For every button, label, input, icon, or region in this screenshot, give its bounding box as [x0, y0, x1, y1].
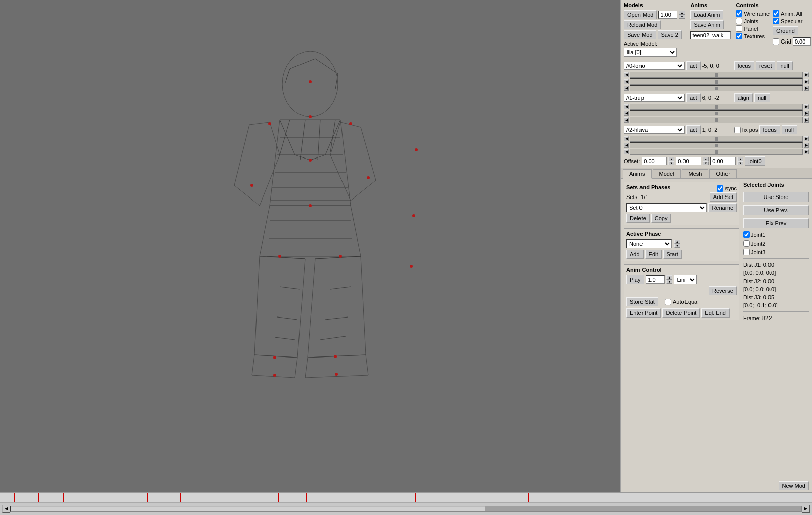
bone1-x-left[interactable]: ◀: [624, 104, 629, 109]
bone2-z-slider[interactable]: [630, 149, 803, 155]
speed-input[interactable]: [646, 275, 665, 284]
bone0-reset-button[interactable]: reset: [756, 61, 775, 70]
viewport[interactable]: [0, 0, 620, 492]
phase-up[interactable]: ▲: [674, 240, 680, 244]
bone0-x-left[interactable]: ◀: [624, 72, 629, 77]
anim-all-check[interactable]: [773, 10, 779, 17]
bone2-focus-button[interactable]: focus: [759, 125, 780, 134]
scale-up-button[interactable]: ▲: [679, 11, 685, 15]
play-button[interactable]: Play: [626, 275, 644, 284]
reload-mod-button[interactable]: Reload Mod: [624, 20, 661, 29]
bone2-x-slider[interactable]: [630, 136, 803, 142]
offset-x-input[interactable]: [642, 157, 667, 165]
bone1-z-slider[interactable]: [630, 117, 803, 123]
open-mod-button[interactable]: Open Mod: [624, 10, 657, 19]
eql-end-button[interactable]: Eql. End: [701, 308, 730, 318]
offset-y-input[interactable]: [676, 157, 701, 165]
fix-prev-button[interactable]: Fix Prev: [743, 218, 809, 228]
offset-y-down[interactable]: ▼: [703, 161, 709, 165]
tab-anims[interactable]: Anims: [623, 169, 652, 179]
bone1-x-right[interactable]: ▶: [804, 104, 809, 109]
bone2-y-right[interactable]: ▶: [804, 143, 809, 148]
bone1-z-left[interactable]: ◀: [624, 117, 629, 123]
enter-point-button[interactable]: Enter Point: [626, 308, 661, 318]
bone2-null-button[interactable]: null: [782, 125, 797, 134]
set-select[interactable]: Set 0: [626, 203, 707, 212]
reverse-button[interactable]: Reverse: [709, 286, 737, 295]
active-model-select[interactable]: lila [0]: [624, 48, 677, 57]
grid-value-input[interactable]: [793, 37, 811, 46]
use-prev-button[interactable]: Use Prev.: [743, 205, 809, 215]
save-anim-button[interactable]: Save Anim: [690, 20, 724, 29]
load-anim-button[interactable]: Load Anim: [690, 10, 723, 19]
scale-input[interactable]: [658, 11, 677, 19]
use-store-button[interactable]: Use Store: [743, 192, 809, 202]
offset-z-input[interactable]: [710, 157, 736, 165]
auto-equal-check[interactable]: [665, 299, 671, 305]
bone1-select[interactable]: //1-trup: [624, 94, 685, 102]
interp-select[interactable]: Lin Step: [674, 275, 697, 284]
bone0-y-slider[interactable]: [630, 78, 803, 85]
speed-down[interactable]: ▼: [666, 280, 672, 284]
bone2-act-button[interactable]: act: [686, 125, 701, 134]
scrollbar-track[interactable]: [10, 506, 802, 512]
joint2-check[interactable]: [743, 240, 750, 247]
bone1-y-slider[interactable]: [630, 110, 803, 116]
bone2-y-left[interactable]: ◀: [624, 143, 629, 148]
phase-down[interactable]: ▼: [674, 244, 680, 248]
joint0-button[interactable]: joint0: [745, 156, 765, 166]
offset-y-up[interactable]: ▲: [703, 157, 709, 161]
rename-button[interactable]: Rename: [708, 203, 737, 212]
bone2-x-left[interactable]: ◀: [624, 136, 629, 141]
textures-check[interactable]: [736, 33, 742, 39]
scroll-right-button[interactable]: ▶: [802, 505, 810, 513]
scroll-left-button[interactable]: ◀: [2, 505, 10, 513]
phase-select[interactable]: None: [626, 239, 672, 248]
bone0-select[interactable]: //0-lono: [624, 62, 685, 70]
sync-check[interactable]: [717, 185, 723, 192]
bone1-act-button[interactable]: act: [686, 93, 701, 102]
bone0-focus-button[interactable]: focus: [734, 61, 754, 70]
copy-button[interactable]: Copy: [651, 214, 671, 223]
delete-button[interactable]: Delete: [626, 214, 650, 223]
delete-point-button[interactable]: Delete Point: [662, 308, 700, 318]
specular-check[interactable]: [773, 18, 779, 24]
bone2-x-right[interactable]: ▶: [804, 136, 809, 141]
bone1-x-slider[interactable]: [630, 104, 803, 110]
grid-check[interactable]: [773, 38, 779, 45]
offset-x-down[interactable]: ▼: [668, 161, 674, 165]
bone2-select[interactable]: //2-hlava: [624, 126, 685, 134]
tab-model[interactable]: Model: [653, 169, 681, 178]
bone2-z-right[interactable]: ▶: [804, 149, 809, 154]
bone2-y-slider[interactable]: [630, 142, 803, 148]
save-mod-button[interactable]: Save Mod: [624, 30, 656, 39]
bone0-z-slider[interactable]: [630, 85, 803, 91]
offset-z-down[interactable]: ▼: [737, 161, 743, 165]
wireframe-check[interactable]: [736, 10, 742, 17]
bone1-y-right[interactable]: ▶: [804, 111, 809, 116]
bone0-null-button[interactable]: null: [777, 61, 792, 70]
fix-pos-check[interactable]: [734, 127, 741, 133]
tab-other[interactable]: Other: [709, 169, 737, 178]
start-phase-button[interactable]: Start: [663, 250, 682, 259]
scale-down-button[interactable]: ▼: [679, 15, 685, 19]
bone0-z-left[interactable]: ◀: [624, 86, 629, 91]
joint1-check[interactable]: [743, 231, 750, 238]
bone0-y-right[interactable]: ▶: [804, 79, 809, 84]
timeline-ruler[interactable]: [0, 493, 812, 503]
add-set-button[interactable]: Add Set: [710, 192, 737, 202]
new-mod-button[interactable]: New Mod: [779, 481, 809, 490]
offset-z-up[interactable]: ▲: [737, 157, 743, 161]
bone2-z-left[interactable]: ◀: [624, 149, 629, 154]
joints-check[interactable]: [736, 18, 742, 24]
add-phase-button[interactable]: Add: [626, 250, 644, 259]
scrollbar-thumb[interactable]: [11, 506, 485, 511]
offset-x-up[interactable]: ▲: [668, 157, 674, 161]
bone1-z-right[interactable]: ▶: [804, 117, 809, 123]
speed-up[interactable]: ▲: [666, 275, 672, 280]
joint3-check[interactable]: [743, 249, 750, 255]
tab-mesh[interactable]: Mesh: [682, 169, 709, 178]
panel-check[interactable]: [736, 25, 742, 32]
bone1-align-button[interactable]: align: [734, 93, 753, 102]
bone0-x-right[interactable]: ▶: [804, 72, 809, 77]
